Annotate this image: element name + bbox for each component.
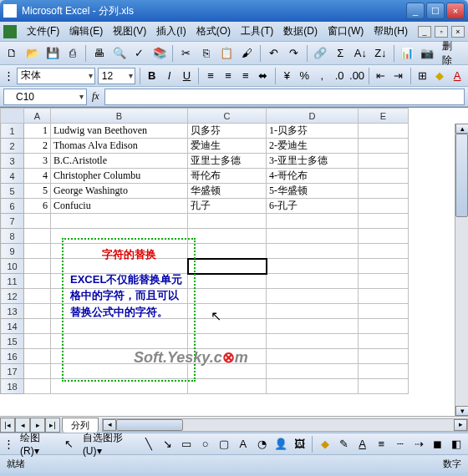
comma-icon[interactable]: , (314, 67, 329, 85)
cell[interactable] (24, 379, 51, 394)
cell[interactable]: Christopher Columbu (51, 169, 188, 184)
titlebar[interactable]: Microsoft Excel - 分列.xls _ ☐ × (0, 0, 468, 22)
underline-icon[interactable]: U (180, 67, 195, 85)
sum-icon[interactable]: Σ (332, 44, 349, 63)
cell[interactable] (359, 274, 409, 289)
cell[interactable] (51, 334, 188, 349)
cell[interactable] (24, 364, 51, 379)
select-all-corner[interactable] (1, 109, 24, 124)
inc-decimal-icon[interactable]: .0 (332, 67, 347, 85)
chart-icon[interactable]: 📊 (399, 44, 416, 63)
cell[interactable] (24, 214, 51, 229)
row-header[interactable]: 1 (1, 124, 24, 139)
font-color-icon[interactable]: A (450, 67, 465, 85)
rectangle-icon[interactable]: ▭ (179, 435, 196, 453)
col-header-c[interactable]: C (188, 109, 267, 124)
row-header[interactable]: 3 (1, 154, 24, 169)
cell[interactable] (359, 184, 409, 199)
cell[interactable] (359, 319, 409, 334)
line-color-icon[interactable]: ✎ (335, 435, 352, 453)
camera-icon[interactable]: 📷 (419, 44, 436, 63)
cell[interactable] (51, 304, 188, 319)
row-header[interactable]: 2 (1, 139, 24, 154)
line-style-icon[interactable]: ≡ (373, 435, 389, 453)
cell[interactable] (51, 244, 188, 259)
cell[interactable]: 1 (24, 124, 51, 139)
paste-icon[interactable]: 📋 (218, 44, 236, 63)
cell[interactable] (24, 229, 51, 244)
cell[interactable]: Thomas Alva Edison (51, 139, 188, 154)
sort-asc-icon[interactable]: A↓ (352, 44, 369, 63)
textbox-icon[interactable]: ▢ (216, 435, 233, 453)
cell[interactable] (359, 379, 409, 394)
cell[interactable] (24, 319, 51, 334)
cut-icon[interactable]: ✂ (177, 44, 195, 63)
cell[interactable] (24, 349, 51, 364)
name-box[interactable]: C10 (3, 89, 87, 105)
col-header-e[interactable]: E (359, 109, 409, 124)
open-icon[interactable]: 📂 (23, 44, 41, 63)
cell[interactable] (24, 259, 51, 274)
align-center-icon[interactable]: ≡ (221, 67, 236, 85)
cell[interactable] (24, 304, 51, 319)
cell[interactable]: 贝多芬 (188, 124, 267, 139)
preview-icon[interactable]: 🔍 (110, 44, 128, 63)
col-header-b[interactable]: B (51, 109, 188, 124)
cell[interactable]: 哥伦布 (188, 169, 267, 184)
clipart-icon[interactable]: 👤 (272, 435, 289, 453)
hscroll-thumb[interactable] (116, 419, 183, 431)
menu-file[interactable]: 文件(F) (22, 23, 64, 40)
fx-icon[interactable]: fx (92, 90, 99, 103)
arrow-style-icon[interactable]: ⇢ (410, 435, 427, 453)
line-icon[interactable]: ╲ (141, 435, 158, 453)
select-objects-icon[interactable]: ↖ (60, 435, 77, 453)
minimize-button[interactable]: _ (406, 3, 425, 19)
row-header[interactable]: 13 (1, 304, 24, 319)
cell[interactable] (359, 244, 409, 259)
research-icon[interactable]: 📚 (150, 44, 168, 63)
cell[interactable]: 6 (24, 199, 51, 214)
cell[interactable] (51, 229, 188, 244)
oval-icon[interactable]: ○ (197, 435, 214, 453)
picture-icon[interactable]: 🖼 (292, 435, 308, 453)
sort-desc-icon[interactable]: Z↓ (372, 44, 389, 63)
dec-decimal-icon[interactable]: .00 (349, 67, 364, 85)
cell[interactable] (267, 364, 359, 379)
row-header[interactable]: 6 (1, 199, 24, 214)
cell[interactable]: 6-孔子 (267, 199, 359, 214)
new-icon[interactable]: 🗋 (3, 44, 21, 63)
cell[interactable]: 1-贝多芬 (267, 124, 359, 139)
menu-data[interactable]: 数据(D) (278, 23, 323, 40)
cell[interactable] (267, 259, 359, 274)
cell[interactable]: Ludwig van Beethoven (51, 124, 188, 139)
cell[interactable] (359, 214, 409, 229)
scroll-down-button[interactable]: ▾ (455, 406, 468, 416)
currency-icon[interactable]: ¥ (280, 67, 295, 85)
cell[interactable] (24, 289, 51, 304)
percent-icon[interactable]: % (297, 67, 312, 85)
cell[interactable]: 5 (24, 184, 51, 199)
row-header[interactable]: 8 (1, 229, 24, 244)
cell[interactable] (359, 229, 409, 244)
menu-view[interactable]: 视图(V) (108, 23, 151, 40)
cell[interactable] (188, 304, 267, 319)
doc-close-button[interactable]: × (451, 26, 465, 38)
cell[interactable] (51, 319, 188, 334)
row-header[interactable]: 7 (1, 214, 24, 229)
row-header[interactable]: 5 (1, 184, 24, 199)
permission-icon[interactable]: ⎙ (64, 44, 81, 63)
cell[interactable] (51, 289, 188, 304)
sheet-nav-next[interactable]: ▸ (30, 418, 45, 433)
cell[interactable] (51, 214, 188, 229)
cell[interactable] (188, 319, 267, 334)
spell-icon[interactable]: ✓ (130, 44, 148, 63)
maximize-button[interactable]: ☐ (426, 3, 445, 19)
menu-edit[interactable]: 编辑(E) (64, 23, 108, 40)
sheet-nav-last[interactable]: ▸| (45, 418, 60, 433)
cell[interactable] (359, 124, 409, 139)
italic-icon[interactable]: I (162, 67, 177, 85)
menu-help[interactable]: 帮助(H) (369, 23, 413, 40)
cell[interactable] (24, 334, 51, 349)
dec-indent-icon[interactable]: ⇤ (374, 67, 389, 85)
col-header-d[interactable]: D (267, 109, 359, 124)
